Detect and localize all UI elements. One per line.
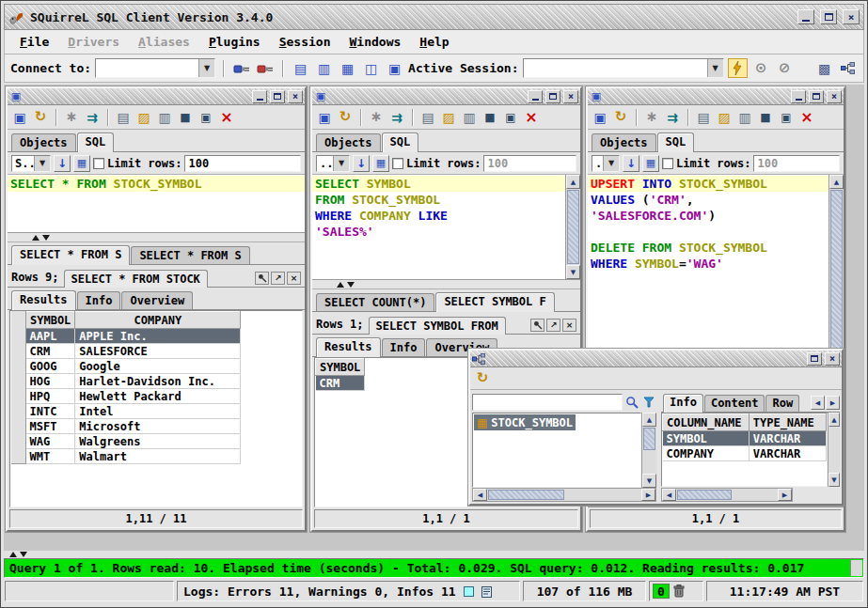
- scroll-down-icon[interactable]: ▼: [642, 474, 656, 488]
- editor-line[interactable]: VALUES ('CRM',: [588, 192, 829, 208]
- menu-plugins[interactable]: Plugins: [199, 32, 270, 52]
- splitter-down-icon[interactable]: [42, 235, 50, 241]
- cascade-windows-icon[interactable]: ▤: [291, 58, 310, 78]
- tab-row[interactable]: Row: [765, 395, 799, 412]
- editor-line[interactable]: DELETE FROM STOCK_SYMBOL: [588, 240, 829, 256]
- detach-icon[interactable]: ↗: [271, 272, 285, 285]
- tab-info[interactable]: Info: [77, 291, 121, 309]
- refresh-icon[interactable]: ↻: [31, 108, 50, 127]
- scroll-left-icon[interactable]: ◀: [473, 489, 487, 501]
- tab-content[interactable]: Content: [704, 395, 765, 412]
- table-row[interactable]: COMPANYVARCHAR: [663, 446, 827, 461]
- save-all-icon[interactable]: ▣: [197, 108, 215, 127]
- open-in-table-button[interactable]: ▦: [73, 155, 90, 172]
- frame-titlebar[interactable]: ▣ ×: [312, 88, 580, 105]
- tab-info[interactable]: Info: [663, 394, 703, 413]
- sql-history-combo[interactable]: ... ▼: [316, 155, 350, 172]
- tab-select-symbol-f[interactable]: SELECT SYMBOL F: [435, 292, 554, 312]
- sql-lightning-icon[interactable]: [728, 58, 748, 78]
- table-row[interactable]: HOGHarlet-Davidson Inc.: [26, 374, 241, 389]
- history-down-button[interactable]: ↓: [54, 155, 71, 172]
- column-header[interactable]: COMPANY: [75, 312, 241, 329]
- save-icon[interactable]: ■: [176, 108, 195, 127]
- scroll-down-icon[interactable]: ▼: [566, 265, 580, 279]
- editor-results-splitter[interactable]: [312, 280, 580, 289]
- column-header[interactable]: SYMBOL: [316, 359, 365, 376]
- table-row[interactable]: CRMSALESFORCE: [26, 344, 241, 359]
- save-all-icon[interactable]: ▣: [777, 108, 796, 127]
- chevron-down-icon[interactable]: ▼: [707, 59, 723, 77]
- star-icon[interactable]: ∗: [62, 108, 81, 127]
- frame-maximize-button[interactable]: [270, 90, 285, 103]
- scroll-up-icon[interactable]: ▲: [642, 413, 656, 427]
- tree-item-stock-symbol[interactable]: ▦ STOCK_SYMBOL: [474, 414, 576, 430]
- scroll-up-icon[interactable]: ▲: [829, 413, 840, 427]
- scroll-left-icon[interactable]: ◀: [662, 489, 676, 501]
- connect-alias-icon[interactable]: [231, 58, 251, 78]
- sql-editor[interactable]: SELECT * FROM STOCK_SYMBOL: [8, 175, 305, 232]
- editor-line[interactable]: FROM STOCK_SYMBOL: [312, 192, 565, 208]
- scrollbar-thumb[interactable]: [488, 490, 564, 500]
- new-file-icon[interactable]: ▤: [694, 108, 713, 127]
- scrollbar-thumb[interactable]: [567, 190, 579, 264]
- pin-icon[interactable]: [530, 319, 544, 332]
- editor-line[interactable]: WHERE COMPANY LIKE: [312, 208, 565, 224]
- close-result-icon[interactable]: ×: [287, 272, 301, 285]
- session-properties-icon[interactable]: ▩: [814, 58, 834, 78]
- editor-line[interactable]: 'SALES%': [312, 224, 565, 240]
- table-row[interactable]: HPQHewlett Packard: [26, 389, 241, 404]
- tree-horizontal-scrollbar[interactable]: ◀ ▶: [472, 488, 656, 502]
- object-tree[interactable]: ▦ STOCK_SYMBOL: [472, 413, 641, 488]
- table-row[interactable]: CRM: [316, 376, 365, 391]
- scroll-up-icon[interactable]: ▲: [566, 175, 580, 189]
- star-icon[interactable]: ∗: [642, 108, 661, 127]
- splitter-up-icon[interactable]: [337, 282, 344, 288]
- tab-results[interactable]: Results: [316, 337, 381, 357]
- chevron-down-icon[interactable]: ▼: [333, 156, 349, 171]
- menu-help[interactable]: Help: [410, 32, 458, 52]
- refresh-icon[interactable]: ↻: [336, 108, 355, 127]
- editor-line[interactable]: WHERE SYMBOL='WAG': [588, 256, 829, 272]
- frame-titlebar[interactable]: ▣ ×: [8, 88, 305, 105]
- branch-icon[interactable]: ⇉: [387, 108, 406, 127]
- table-row[interactable]: INTCIntel: [26, 404, 241, 419]
- table-row[interactable]: AAPLAPPLE Inc.: [26, 329, 241, 344]
- session-objects-icon[interactable]: ⊙: [751, 58, 771, 78]
- frame-maximize-button[interactable]: [809, 90, 824, 103]
- close-file-icon[interactable]: ×: [797, 108, 816, 127]
- editor-line[interactable]: SELECT * FROM STOCK_SYMBOL: [8, 176, 305, 192]
- tab-sql[interactable]: SQL: [77, 133, 115, 152]
- frame-close-button[interactable]: ×: [288, 90, 303, 103]
- panel-maximize-button[interactable]: [807, 352, 822, 366]
- editor-results-splitter[interactable]: [8, 233, 305, 242]
- branch-icon[interactable]: ⇉: [83, 108, 102, 127]
- sql-history-combo[interactable]: S... ▼: [11, 155, 51, 172]
- limit-rows-checkbox[interactable]: [392, 158, 403, 169]
- status-bar-grip[interactable]: [850, 560, 862, 576]
- scrollbar-thumb[interactable]: [643, 428, 655, 450]
- close-result-icon[interactable]: ×: [562, 319, 576, 332]
- object-tree-icon[interactable]: [838, 58, 858, 78]
- minimize-button[interactable]: [797, 9, 814, 24]
- current-result-tab[interactable]: SELECT * FROM STOCK: [64, 270, 208, 288]
- open-in-table-button[interactable]: ▦: [372, 155, 389, 172]
- session-window-icon[interactable]: ▣: [315, 108, 334, 127]
- current-result-tab[interactable]: SELECT SYMBOL FROM: [369, 317, 506, 335]
- sql-editor[interactable]: SELECT SYMBOLFROM STOCK_SYMBOLWHERE COMP…: [312, 175, 565, 279]
- new-file-icon[interactable]: ▤: [114, 108, 133, 127]
- new-session-window-icon[interactable]: ▣: [385, 58, 404, 78]
- tab-select-count-[interactable]: SELECT COUNT(*): [316, 293, 434, 311]
- results-table[interactable]: SYMBOLCOMPANYAAPLAPPLE Inc.CRMSALESFORCE…: [9, 310, 303, 507]
- column-header[interactable]: COLUMN_NAME: [663, 414, 750, 431]
- active-session-combo[interactable]: ▼: [523, 58, 724, 78]
- splitter-up-icon[interactable]: [9, 552, 17, 557]
- maximize-button[interactable]: [820, 9, 837, 24]
- session-window-icon[interactable]: ▣: [591, 108, 609, 127]
- save-icon[interactable]: ■: [756, 108, 775, 127]
- detail-horizontal-scrollbar[interactable]: ◀ ▶: [661, 488, 793, 502]
- chevron-down-icon[interactable]: ▼: [603, 156, 619, 171]
- scrollbar-track[interactable]: [733, 489, 778, 501]
- scroll-up-icon[interactable]: ▲: [829, 175, 844, 189]
- gc-status-cell[interactable]: 0: [649, 581, 703, 601]
- maximize-all-windows-icon[interactable]: ◫: [361, 58, 381, 78]
